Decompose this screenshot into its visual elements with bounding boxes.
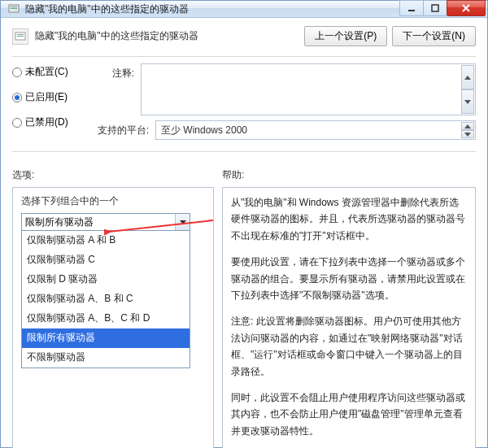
combo-option[interactable]: 限制所有驱动器 bbox=[22, 328, 190, 348]
combo-dropdown: 仅限制驱动器 A 和 B 仅限制驱动器 C 仅限制 D 驱动器 仅限制驱动器 A… bbox=[21, 230, 190, 368]
chevron-down-icon[interactable] bbox=[175, 214, 190, 230]
platform-label: 支持的平台: bbox=[90, 120, 149, 137]
spin-up-icon[interactable] bbox=[461, 65, 474, 89]
combo-option[interactable]: 仅限制 D 驱动器 bbox=[22, 270, 190, 289]
policy-title: 隐藏"我的电脑"中的这些指定的驱动器 bbox=[35, 29, 198, 43]
options-caption: 选择下列组合中的一个 bbox=[21, 194, 205, 208]
spin-down-icon[interactable] bbox=[461, 89, 474, 114]
next-setting-button[interactable]: 下一个设置(N) bbox=[392, 26, 476, 46]
titlebar: 隐藏"我的电脑"中的这些指定的驱动器 bbox=[1, 1, 487, 18]
radio-icon bbox=[12, 93, 22, 102]
divider bbox=[12, 151, 476, 152]
policy-icon bbox=[12, 28, 28, 45]
radio-icon bbox=[12, 67, 22, 77]
prev-setting-button[interactable]: 上一个设置(P) bbox=[304, 26, 387, 46]
combo-option[interactable]: 不限制驱动器 bbox=[22, 348, 190, 368]
combo-option[interactable]: 仅限制驱动器 A、B、C 和 D bbox=[22, 309, 190, 328]
radio-label: 未配置(C) bbox=[25, 65, 68, 79]
close-button[interactable] bbox=[447, 0, 486, 16]
help-text: 从"我的电脑"和 Windows 资源管理器中删除代表所选硬件驱动器的图标。并且… bbox=[231, 194, 467, 244]
combo-option[interactable]: 仅限制驱动器 A、B 和 C bbox=[22, 289, 190, 309]
radio-disabled[interactable]: 已禁用(D) bbox=[12, 115, 76, 129]
window-title: 隐藏"我的电脑"中的这些指定的驱动器 bbox=[25, 2, 189, 16]
radio-label: 已禁用(D) bbox=[25, 115, 68, 129]
radio-enabled[interactable]: 已启用(E) bbox=[12, 90, 76, 104]
svg-rect-3 bbox=[408, 10, 415, 11]
platform-field: 至少 Windows 2000 bbox=[155, 120, 476, 140]
combo-option[interactable]: 仅限制驱动器 C bbox=[22, 250, 190, 270]
options-panel: 选择下列组合中的一个 限制所有驱动器 仅限制驱动器 A 和 B 仅限制驱动器 C… bbox=[12, 187, 214, 448]
help-label: 帮助: bbox=[222, 168, 244, 182]
minimize-button[interactable] bbox=[399, 0, 424, 16]
radio-icon bbox=[12, 118, 22, 128]
help-text: 同时，此设置不会阻止用户使用程序访问这些驱动器或其内容，也不会防止用户使用"磁盘… bbox=[231, 389, 467, 439]
drive-combo[interactable]: 限制所有驱动器 仅限制驱动器 A 和 B 仅限制驱动器 C 仅限制 D 驱动器 … bbox=[21, 213, 190, 231]
svg-rect-7 bbox=[17, 36, 24, 37]
svg-rect-6 bbox=[17, 34, 24, 35]
options-label: 选项: bbox=[12, 168, 222, 182]
maximize-button[interactable] bbox=[423, 0, 447, 16]
comment-label: 注释: bbox=[90, 63, 134, 80]
platform-value: 至少 Windows 2000 bbox=[161, 124, 247, 137]
spin-down-icon[interactable] bbox=[461, 130, 474, 138]
app-icon bbox=[7, 2, 20, 15]
radio-not-configured[interactable]: 未配置(C) bbox=[12, 65, 76, 79]
svg-rect-1 bbox=[11, 7, 17, 7]
help-text: 注意: 此设置将删除驱动器图标。用户仍可使用其他方法访问驱动器的内容，如通过在"… bbox=[231, 313, 467, 380]
help-text: 要使用此设置，请在下拉列表中选择一个驱动器或多个驱动器的组合。要显示所有驱动器，… bbox=[231, 254, 467, 303]
svg-rect-2 bbox=[11, 8, 17, 9]
divider bbox=[12, 56, 476, 57]
help-panel: 从"我的电脑"和 Windows 资源管理器中删除代表所选硬件驱动器的图标。并且… bbox=[222, 187, 476, 448]
combo-value: 限制所有驱动器 bbox=[25, 215, 94, 229]
radio-label: 已启用(E) bbox=[25, 90, 68, 104]
svg-rect-4 bbox=[432, 5, 438, 11]
combo-option[interactable]: 仅限制驱动器 A 和 B bbox=[22, 231, 190, 250]
comment-input[interactable] bbox=[141, 63, 476, 115]
spin-up-icon[interactable] bbox=[461, 122, 474, 130]
